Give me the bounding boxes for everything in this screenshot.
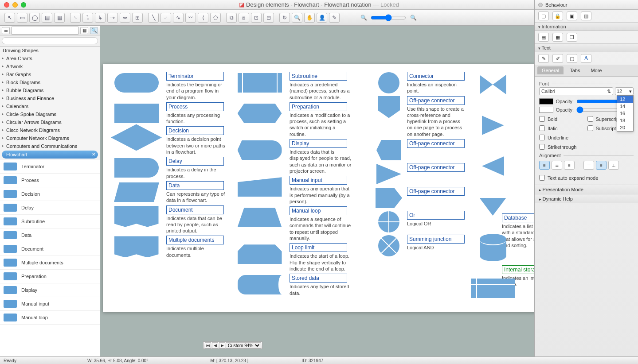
grid-view-icon[interactable]: ▦ [80, 27, 88, 34]
internal-storage-shape[interactable] [471, 279, 515, 298]
info-icon3[interactable]: ❐ [567, 33, 577, 42]
tree-item[interactable]: Area Charts [0, 54, 100, 62]
tree-item[interactable]: Computers and Communications [0, 142, 100, 150]
text-box-icon[interactable]: ▢ [567, 54, 577, 63]
behave-icon3[interactable]: ▣ [567, 12, 577, 20]
presentation-mode-toggle[interactable]: Presentation Mode [535, 185, 638, 194]
font-a-icon[interactable]: A [581, 54, 591, 63]
close-icon[interactable] [4, 2, 9, 8]
shape-title[interactable]: Summing junction [407, 235, 465, 244]
filter-input[interactable] [12, 27, 78, 35]
info-icon2[interactable]: ▦ [552, 33, 563, 42]
text-color-swatch[interactable] [539, 98, 553, 105]
maximize-icon[interactable] [21, 2, 26, 8]
palette-item[interactable]: Data [0, 228, 100, 242]
align-center-icon[interactable]: ≣ [552, 161, 562, 170]
palette-item[interactable]: Document [0, 242, 100, 256]
tree-item[interactable]: Computer Network Diagrams [0, 134, 100, 142]
panel-close-icon[interactable] [538, 3, 543, 7]
information-header[interactable]: Information [535, 22, 638, 31]
shape-title[interactable]: Off-page connector [407, 96, 465, 105]
first-page-icon[interactable]: ⏮ [205, 342, 211, 349]
tree-item[interactable]: Business and Finance [0, 94, 100, 102]
valign-top-icon[interactable]: ⊤ [583, 161, 594, 170]
shape-palette[interactable]: TerminatorProcessDecisionDelaySubroutine… [0, 160, 100, 356]
sort-shape[interactable] [480, 75, 506, 94]
tree-item[interactable]: Block Diagrams [0, 78, 100, 86]
search-icon[interactable]: 🔍 [90, 27, 98, 34]
person-icon[interactable]: 👤 [317, 13, 327, 23]
group4-icon[interactable]: ⊟ [263, 13, 274, 23]
behave-icon1[interactable]: ▢ [538, 12, 549, 20]
palette-item[interactable]: Decision [0, 187, 100, 201]
tree-item[interactable]: Bubble Diagrams [0, 86, 100, 94]
next-page-icon[interactable]: ▶ [219, 342, 225, 349]
group2-icon[interactable]: ⧈ [239, 13, 249, 23]
valign-mid-icon[interactable]: ≡ [596, 161, 607, 170]
size-option[interactable]: 20 [617, 124, 633, 131]
shape-title[interactable]: Manual loop [290, 206, 347, 215]
table-tool-icon[interactable]: ▦ [54, 13, 65, 23]
tab-general[interactable]: General [537, 66, 564, 74]
flowchart-shape[interactable] [378, 235, 399, 256]
info-icon1[interactable]: ▤ [538, 33, 549, 42]
tree-item[interactable]: Calendars [0, 102, 100, 110]
flowchart-shape[interactable] [238, 140, 282, 160]
size-option[interactable]: 12 [617, 96, 633, 103]
tree-item-selected[interactable]: Flowchart ✕ [2, 151, 98, 159]
hand-icon[interactable]: ✋ [304, 13, 315, 23]
text-tool-icon[interactable]: ▤ [42, 13, 52, 23]
shape-title[interactable]: Display [290, 139, 347, 148]
flowchart-shape[interactable] [114, 73, 159, 93]
refresh-icon[interactable]: ↻ [279, 13, 290, 23]
shape-title[interactable]: Stored data [290, 274, 347, 283]
connector4-icon[interactable]: ⇢ [107, 13, 118, 23]
flowchart-shape[interactable] [238, 104, 282, 123]
line1-icon[interactable]: ╲ [148, 13, 159, 23]
group3-icon[interactable]: ⊡ [251, 13, 262, 23]
flowchart-shape[interactable] [238, 244, 282, 264]
tree-item[interactable]: Artwork [0, 62, 100, 70]
italic-check[interactable]: Italic [539, 125, 586, 131]
zoom-out-icon[interactable]: 🔍 [358, 13, 369, 23]
prev-page-icon[interactable]: ◀ [212, 342, 218, 349]
flowchart-shape[interactable] [378, 72, 399, 93]
palette-item[interactable]: Delay [0, 201, 100, 215]
zoom-select[interactable]: Custom 94% [226, 342, 261, 349]
shape-title[interactable]: Subroutine [290, 72, 347, 81]
ellipse-tool-icon[interactable]: ◯ [29, 13, 40, 23]
flowchart-shape[interactable] [238, 275, 282, 294]
size-option[interactable]: 14 [617, 103, 633, 110]
flowchart-shape[interactable] [114, 206, 159, 227]
connector5-icon[interactable]: ⫘ [120, 13, 130, 23]
curve1-icon[interactable]: ∿ [173, 13, 184, 23]
behave-icon4[interactable]: ▥ [581, 12, 591, 20]
font-size-select[interactable]: 12▾ 1214161820 [615, 87, 634, 95]
lock-icon[interactable]: 🔒 [552, 12, 563, 20]
flowchart-shape[interactable] [376, 188, 402, 208]
shape-title[interactable]: Delay [166, 157, 224, 166]
shape-title[interactable]: Process [166, 102, 224, 111]
poly-icon[interactable]: ⬠ [210, 13, 221, 23]
size-option[interactable]: 18 [617, 117, 633, 124]
shape-title[interactable]: Multiple documents [166, 236, 224, 244]
flowchart-shape[interactable] [238, 177, 282, 197]
dynamic-help-toggle[interactable]: Dynamic Help [535, 194, 638, 203]
shape-title[interactable]: Off-page connector [407, 139, 465, 148]
bold-check[interactable]: Bold [539, 116, 586, 122]
flowchart-shape[interactable] [114, 236, 159, 257]
angle-icon[interactable]: ⟨ [198, 13, 208, 23]
shape-title[interactable]: Terminator [166, 72, 224, 81]
connector6-icon[interactable]: ⊞ [132, 13, 143, 23]
size-option[interactable]: 16 [617, 110, 633, 117]
shape-title[interactable]: Off-page connector [407, 187, 465, 196]
align-right-icon[interactable]: ≡ [564, 161, 575, 170]
palette-item[interactable]: Manual loop [0, 311, 100, 325]
tree-view-icon[interactable]: ☰ [2, 27, 10, 34]
tree-item[interactable]: Circular Arrows Diagrams [0, 118, 100, 126]
shape-title[interactable]: Loop limit [290, 243, 347, 252]
database-shape[interactable] [480, 234, 506, 261]
shape-title[interactable]: Or [407, 211, 465, 220]
wand-icon[interactable]: ✎ [329, 13, 340, 23]
connector3-icon[interactable]: ↳ [95, 13, 106, 23]
